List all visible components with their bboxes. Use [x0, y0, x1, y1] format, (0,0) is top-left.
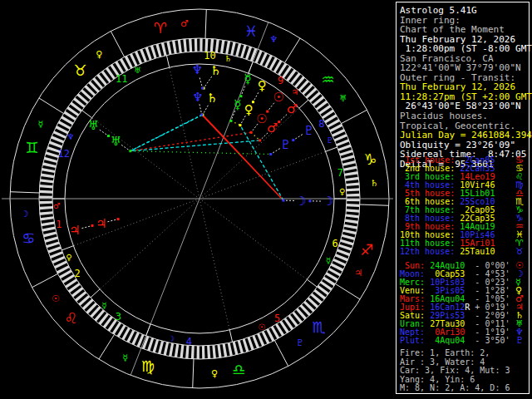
- house-cusp-tick-2: [62, 246, 73, 250]
- sign-glyph-gemini: ♊: [25, 139, 38, 156]
- planet-glyph-mars-inner: ♂: [267, 121, 278, 135]
- planet-glyph-saturn-outer: ♄: [210, 63, 221, 78]
- house-cusp-tick-11: [166, 55, 169, 67]
- stats-line-1: Fire: 1, Earth: 2,: [400, 349, 510, 358]
- sign-boundary: [285, 38, 301, 63]
- sign-boundary: [205, 9, 206, 38]
- astrolog-window: ♈♂♉♀♊☿♋☽♌☉♍☿♎♀♏♇♐♃♑♄♒♅♓♆1♂2♀3☿4☽5☉6☿7♀8♇…: [0, 0, 532, 399]
- planet-glyph-pluto-inner: ♇: [280, 137, 291, 152]
- house-number-6: 6: [332, 238, 338, 249]
- house-label: 12th house:: [400, 247, 455, 256]
- planet-glyph-neptune-outer: ♆: [192, 62, 203, 77]
- house-number-8: 8: [318, 118, 324, 130]
- house-ruler-icon-10: ♄: [224, 54, 232, 63]
- planet-dot-moon-inner: [282, 200, 284, 202]
- planet-glyph-jupiter-outer: ♃: [69, 223, 80, 238]
- house-cusp-tick-9: [299, 100, 308, 108]
- house-cusp-line-8: [200, 151, 326, 199]
- house-ruler-icon-5: ☉: [258, 323, 265, 332]
- planet-pointer-pluto-inner: [273, 149, 279, 153]
- sign-glyph-capricorn: ♑: [364, 150, 377, 168]
- house-number-10: 10: [204, 50, 215, 62]
- aspect-line-sun-conjunction-mars: [251, 132, 260, 140]
- sign-ruler-icon-leo: ☉: [52, 293, 60, 304]
- house-sign-icon: ♉: [515, 247, 524, 256]
- planet-dot-jupiter-outer: [91, 224, 94, 227]
- planet-glyph-venus-inner: ♀: [244, 102, 254, 117]
- house-cusp-list: 1st house: 2Can05♋ 2nd house: 22Can35♋ 3…: [400, 156, 495, 256]
- element-tally-list: Fire: 1, Earth: 2,Air : 3, Water: 4Car: …: [400, 349, 510, 393]
- planet-dot-pluto-outer: [292, 139, 294, 141]
- planet-glyph-venus-outer: ♀: [258, 78, 267, 93]
- sign-boundary: [32, 273, 58, 287]
- planet-pointer-jupiter-outer: [81, 226, 90, 229]
- house-ruler-icon-7: ♀: [339, 187, 345, 196]
- house-ruler-icon-4: ☽: [167, 334, 175, 343]
- panel-header-line-14: Julian Day = 2461084.3948: [400, 131, 532, 140]
- planet-dot-jupiter-inner: [117, 218, 120, 220]
- planet-icon: ♇: [515, 336, 524, 345]
- planet-glyph-mars-outer: ♂: [287, 101, 298, 116]
- house-cusp-line-2: [73, 199, 200, 246]
- house-number-5: 5: [274, 313, 280, 324]
- panel-header-line-3: Chart of the Moment: [400, 25, 532, 35]
- house-cusp-tick-6: [308, 279, 318, 287]
- sign-boundary: [10, 192, 39, 193]
- house-cusp-line-5: [200, 199, 229, 330]
- planet-dot-mars-outer: [278, 121, 280, 123]
- house-cusp-line-3: [100, 199, 200, 289]
- house-ruler-icon-3: ☿: [101, 301, 106, 310]
- planet-dot-uranus-inner: [129, 150, 131, 152]
- sign-ruler-icon-libra: ♀: [211, 368, 218, 379]
- sign-glyph-cancer: ♋: [22, 229, 35, 247]
- sign-ruler-icon-virgo: ☿: [122, 352, 128, 363]
- stats-line-5: M: 8, N: 2, A: 4, D: 6: [400, 384, 510, 393]
- planet-dot-pluto-inner: [269, 153, 272, 155]
- planet-position-value: 4Aqu04: [430, 336, 465, 345]
- aspect-line-mercury-conjunction-venus: [231, 121, 240, 125]
- planet-pointer-uranus-inner: [121, 145, 128, 150]
- planet-glyph-sun-outer: ☉: [273, 90, 284, 105]
- aspect-line-saturn-sextile-uranus: [131, 115, 203, 151]
- planet-dot-sun-outer: [266, 111, 268, 113]
- sign-glyph-aries: ♈: [154, 19, 167, 37]
- planet-pointer-uranus-outer: [99, 130, 106, 135]
- sign-ruler-icon-aquarius: ♅: [339, 93, 347, 104]
- house-ruler-icon-8: ♇: [327, 135, 334, 145]
- planet-dot-moon-outer: [308, 200, 311, 202]
- sign-ruler-icon-capricorn: ♄: [370, 178, 378, 189]
- sign-glyph-aquarius: ♒: [321, 71, 334, 88]
- info-panel: Astrolog 5.41GInner ring:Chart of the Mo…: [396, 2, 530, 394]
- sign-ruler-icon-pisces: ♆: [270, 34, 278, 45]
- house-number-1: 1: [56, 219, 62, 230]
- planet-dot-mars-inner: [259, 139, 261, 141]
- planet-glyph-jupiter-inner: ♃: [96, 216, 106, 231]
- planet-dot-venus-inner: [239, 124, 241, 126]
- house-ruler-icon-6: ☿: [326, 256, 331, 265]
- sign-glyph-pisces: ♓: [244, 22, 258, 40]
- planet-glyph-moon-outer: ☽: [323, 194, 333, 209]
- planet-pointer-neptune-inner: [200, 104, 201, 112]
- aspect-line-mars-sextile-uranus: [131, 140, 260, 151]
- sign-boundary: [99, 335, 115, 360]
- sign-glyph-virgo: ♍: [141, 357, 155, 375]
- sign-glyph-scorpio: ♏: [313, 318, 326, 336]
- planet-pointer-jupiter-inner: [107, 219, 116, 221]
- planet-pointer-neptune-outer: [200, 76, 202, 86]
- planet-glyph-mercury-outer: ☿: [244, 71, 252, 86]
- house-cusp-tick-8: [326, 147, 337, 151]
- aspect-line-uranus-trine-pluto: [131, 151, 271, 155]
- house-number-4: 4: [186, 336, 192, 347]
- panel-header-line-12: Placidus houses.: [400, 111, 532, 121]
- planet-dot-mercury-outer: [239, 95, 242, 97]
- house-cusp-tick-4: [146, 324, 150, 336]
- sign-ruler-icon-sagittarius: ♃: [354, 268, 362, 278]
- planet-velocity: - 3°50': [470, 336, 510, 345]
- sign-ruler-icon-taurus: ♀: [96, 49, 102, 60]
- planet-label: Plut:: [400, 336, 425, 345]
- sign-glyph-sagittarius: ♐: [361, 241, 374, 259]
- house-number-12: 12: [58, 148, 70, 160]
- house-cusp-tick-5: [229, 330, 232, 342]
- planet-glyph-neptune-inner: ♆: [192, 90, 203, 105]
- planet-dot-mercury-inner: [229, 120, 232, 122]
